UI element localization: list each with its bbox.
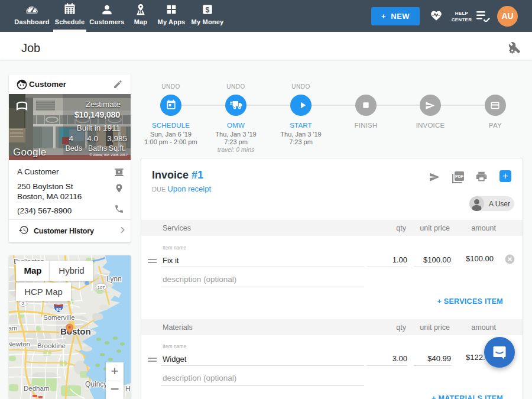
svg-text:Somerville: Somerville [43,314,75,321]
svg-text:ham: ham [9,325,17,332]
svg-text:2: 2 [22,301,24,306]
svg-text:Hi: Hi [125,385,131,393]
svg-text:Quincy: Quincy [85,380,107,388]
svg-text:Boston: Boston [60,326,91,336]
svg-text:Brookline: Brookline [37,342,66,349]
svg-text:93: 93 [56,307,61,312]
svg-text:107: 107 [98,285,105,290]
svg-text:$: $ [206,6,210,14]
svg-text:Lynn: Lynn [106,275,122,283]
svg-text:Dedham: Dedham [24,385,49,392]
svg-text:PDF: PDF [455,174,464,179]
svg-text:Newton: Newton [9,340,30,348]
